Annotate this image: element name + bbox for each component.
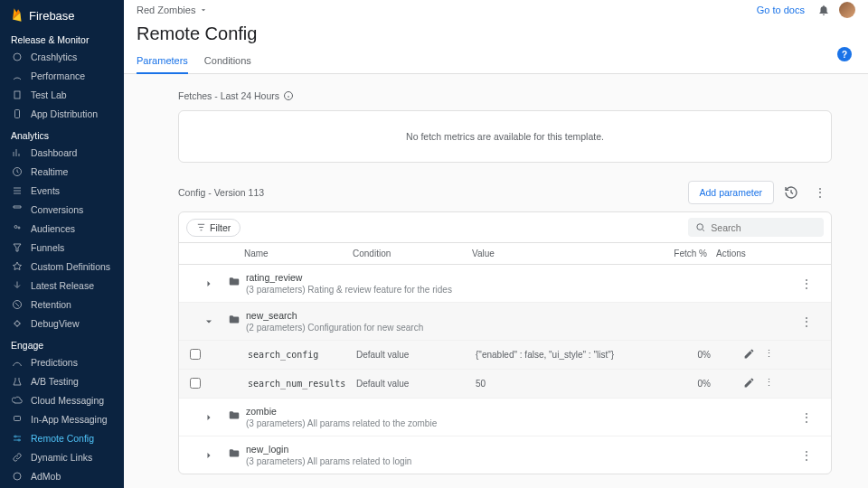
sidebar-item-conversions[interactable]: Conversions	[0, 200, 124, 219]
group-row[interactable]: new_search (2 parameters) Configuration …	[179, 303, 831, 341]
docs-link[interactable]: Go to docs	[757, 5, 805, 15]
sidebar: Firebase Release & Monitor Crashlytics P…	[0, 0, 124, 488]
sidebar-item-crashlytics[interactable]: Crashlytics	[0, 47, 124, 66]
dashboard-icon	[11, 146, 24, 159]
param-value: {"enabled" : false, "ui_style" : "list"}	[476, 350, 656, 360]
col-actions: Actions	[716, 249, 770, 258]
svg-rect-1	[14, 91, 20, 99]
cloudmsg-icon	[11, 394, 24, 407]
sidebar-item-retention[interactable]: Retention	[0, 295, 124, 314]
group-row[interactable]: new_login (3 parameters) All params rela…	[179, 436, 831, 474]
history-button[interactable]	[779, 181, 803, 204]
predictions-icon	[11, 356, 24, 369]
param-checkbox[interactable]	[190, 378, 201, 389]
svg-point-4	[14, 225, 17, 228]
svg-rect-2	[15, 109, 20, 117]
group-overflow-menu[interactable]: ⋮	[793, 315, 820, 328]
group-row[interactable]: rating_review (3 parameters) Rating & re…	[179, 265, 831, 303]
param-overflow-menu[interactable]: ⋮	[764, 348, 774, 361]
expand-icon[interactable]	[190, 412, 228, 423]
add-parameter-button[interactable]: Add parameter	[688, 181, 774, 204]
inappmsg-icon	[11, 413, 24, 426]
sidebar-item-remoteconfig[interactable]: Remote Config	[0, 428, 124, 447]
fetch-metrics-card: No fetch metrics are available for this …	[178, 110, 832, 163]
sidebar-item-debugview[interactable]: DebugView	[0, 314, 124, 333]
sidebar-item-funnels[interactable]: Funnels	[0, 238, 124, 257]
fetch-label: Fetches - Last 24 Hours	[178, 90, 832, 101]
latestrelease-icon	[11, 279, 24, 292]
tab-parameters[interactable]: Parameters	[137, 50, 188, 73]
param-value: 50	[476, 379, 656, 389]
sidebar-item-abtesting[interactable]: A/B Testing	[0, 371, 124, 390]
expand-icon[interactable]	[190, 278, 228, 289]
collapse-icon[interactable]	[190, 316, 228, 327]
sidebar-item-dashboard[interactable]: Dashboard	[0, 143, 124, 162]
user-avatar[interactable]	[839, 2, 855, 18]
group-name: new_search	[246, 310, 793, 321]
section-analytics: Analytics	[0, 123, 124, 143]
tab-conditions[interactable]: Conditions	[204, 50, 251, 73]
events-icon	[11, 184, 24, 197]
sidebar-item-audiences[interactable]: Audiences	[0, 219, 124, 238]
crashlytics-icon	[11, 51, 24, 63]
abtesting-icon	[11, 375, 24, 388]
group-overflow-menu[interactable]: ⋮	[793, 411, 820, 424]
group-desc: (2 parameters) Configuration for new sea…	[246, 323, 553, 333]
group-desc: (3 parameters) All params related to log…	[246, 456, 553, 466]
firebase-logo[interactable]: Firebase	[0, 0, 124, 27]
param-checkbox[interactable]	[190, 349, 201, 360]
group-name: zombie	[246, 406, 793, 417]
project-selector[interactable]: Red Zombies	[137, 5, 208, 15]
edit-icon[interactable]	[743, 348, 755, 361]
sidebar-item-admob[interactable]: AdMob	[0, 466, 124, 485]
audiences-icon	[11, 222, 24, 235]
info-icon[interactable]	[283, 90, 294, 101]
section-release: Release & Monitor	[0, 27, 124, 47]
remoteconfig-icon	[11, 432, 24, 445]
params-table: Filter Name Condition Value Fetch % Acti…	[178, 211, 832, 474]
sidebar-item-customdef[interactable]: Custom Definitions	[0, 257, 124, 276]
section-engage: Engage	[0, 333, 124, 352]
sidebar-item-inappmsg[interactable]: In-App Messaging	[0, 409, 124, 428]
filter-row: Filter	[179, 212, 831, 243]
search-box[interactable]	[688, 218, 824, 237]
sidebar-item-cloudmsg[interactable]: Cloud Messaging	[0, 390, 124, 409]
param-condition: Default value	[356, 350, 476, 360]
param-name[interactable]: search_config	[248, 350, 356, 360]
expand-icon[interactable]	[190, 450, 228, 461]
svg-point-10	[18, 439, 20, 441]
sidebar-item-events[interactable]: Events	[0, 181, 124, 200]
folder-icon	[228, 409, 246, 425]
svg-point-13	[697, 224, 703, 230]
sidebar-item-predictions[interactable]: Predictions	[0, 352, 124, 371]
topbar: Red Zombies Go to docs	[124, 0, 868, 20]
sidebar-item-realtime[interactable]: Realtime	[0, 162, 124, 181]
edit-icon[interactable]	[743, 377, 755, 390]
config-overflow-menu[interactable]: ⋮	[808, 181, 832, 204]
group-row[interactable]: zombie (3 parameters) All params related…	[179, 399, 831, 436]
help-button[interactable]: ?	[837, 47, 852, 61]
group-overflow-menu[interactable]: ⋮	[793, 449, 820, 462]
table-header: Name Condition Value Fetch % Actions	[179, 243, 831, 265]
svg-point-5	[18, 227, 20, 229]
sidebar-item-performance[interactable]: Performance	[0, 66, 124, 85]
performance-icon	[11, 70, 24, 82]
folder-icon	[228, 314, 246, 329]
filter-button[interactable]: Filter	[186, 219, 241, 237]
search-input[interactable]	[711, 222, 816, 233]
group-name: new_login	[246, 444, 793, 455]
debugview-icon	[11, 317, 24, 330]
group-overflow-menu[interactable]: ⋮	[793, 277, 820, 290]
sidebar-item-appdist[interactable]: App Distribution	[0, 104, 124, 123]
notifications-icon[interactable]	[816, 2, 832, 18]
param-overflow-menu[interactable]: ⋮	[764, 377, 774, 390]
brand-name: Firebase	[29, 9, 75, 23]
param-name[interactable]: search_num_results	[248, 379, 356, 389]
main: ? Remote Config Parameters Conditions Fe…	[124, 20, 868, 488]
col-condition: Condition	[353, 249, 472, 258]
param-fetchpct: 0%	[656, 379, 720, 389]
sidebar-item-dynamiclinks[interactable]: Dynamic Links	[0, 447, 124, 466]
sidebar-item-latestrelease[interactable]: Latest Release	[0, 276, 124, 295]
sidebar-item-testlab[interactable]: Test Lab	[0, 85, 124, 104]
group-name: rating_review	[246, 272, 793, 283]
